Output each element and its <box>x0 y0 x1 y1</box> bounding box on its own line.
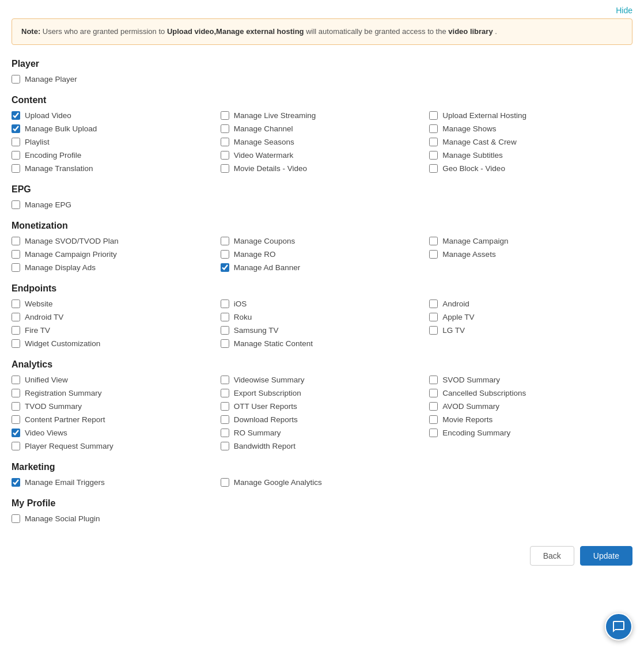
checkbox-label: Roku <box>234 313 252 321</box>
notice-text-end: . <box>495 27 497 36</box>
checkbox-analytics-15[interactable] <box>12 442 20 450</box>
checkbox-my-profile-0[interactable] <box>12 514 20 523</box>
checkbox-content-3[interactable] <box>12 124 20 133</box>
checkbox-endpoints-10[interactable] <box>221 339 229 348</box>
checkbox-label: Videowise Summary <box>234 376 305 384</box>
checkbox-content-0[interactable] <box>12 111 20 120</box>
checkbox-content-7[interactable] <box>221 138 229 146</box>
list-item: Video Watermark <box>221 151 424 160</box>
checkbox-monetization-0[interactable] <box>12 237 20 245</box>
checkbox-label: Movie Reports <box>442 415 493 424</box>
checkbox-analytics-14[interactable] <box>429 429 438 437</box>
checkbox-content-10[interactable] <box>221 151 229 160</box>
checkbox-analytics-6[interactable] <box>12 402 20 411</box>
checkbox-analytics-10[interactable] <box>221 415 229 424</box>
checkbox-endpoints-0[interactable] <box>12 300 20 308</box>
checkbox-endpoints-8[interactable] <box>429 326 438 335</box>
list-item: Manage Player <box>12 75 632 84</box>
checkbox-content-4[interactable] <box>221 124 229 133</box>
section-marketing: MarketingManage Email TriggersManage Goo… <box>12 462 632 487</box>
checkbox-analytics-3[interactable] <box>12 389 20 397</box>
section-title-monetization: Monetization <box>12 221 632 231</box>
checkbox-label: Encoding Profile <box>25 151 81 160</box>
checkbox-label: Manage Shows <box>442 124 496 133</box>
checkbox-label: Manage Player <box>25 75 77 84</box>
checkbox-label: Download Reports <box>234 415 298 424</box>
checkbox-content-6[interactable] <box>12 138 20 146</box>
list-item: Manage Bulk Upload <box>12 124 215 133</box>
checkbox-content-2[interactable] <box>429 111 438 120</box>
back-button[interactable]: Back <box>530 546 574 566</box>
section-grid-endpoints: WebsiteiOSAndroidAndroid TVRokuApple TVF… <box>12 300 632 348</box>
checkbox-monetization-4[interactable] <box>221 250 229 259</box>
checkbox-monetization-3[interactable] <box>12 250 20 259</box>
checkbox-analytics-5[interactable] <box>429 389 438 397</box>
checkbox-monetization-6[interactable] <box>12 263 20 272</box>
checkbox-monetization-2[interactable] <box>429 237 438 245</box>
checkbox-analytics-4[interactable] <box>221 389 229 397</box>
checkbox-label: Video Watermark <box>234 151 294 160</box>
notice-text-after: will automatically be granted access to … <box>306 27 448 36</box>
checkbox-analytics-8[interactable] <box>429 402 438 411</box>
checkbox-analytics-11[interactable] <box>429 415 438 424</box>
checkbox-endpoints-3[interactable] <box>12 313 20 321</box>
section-epg: EPGManage EPG <box>12 184 632 209</box>
checkbox-label: Manage SVOD/TVOD Plan <box>25 237 119 245</box>
list-item: OTT User Reports <box>221 402 424 411</box>
checkbox-analytics-7[interactable] <box>221 402 229 411</box>
checkbox-label: Movie Details - Video <box>234 164 307 173</box>
list-item: AVOD Summary <box>429 402 632 411</box>
list-item: iOS <box>221 300 424 308</box>
checkbox-analytics-0[interactable] <box>12 376 20 384</box>
checkbox-content-8[interactable] <box>429 138 438 146</box>
checkbox-endpoints-6[interactable] <box>12 326 20 335</box>
checkbox-label: Manage Cast & Crew <box>442 138 516 146</box>
checkbox-analytics-1[interactable] <box>221 376 229 384</box>
list-item <box>429 263 632 272</box>
checkbox-endpoints-7[interactable] <box>221 326 229 335</box>
checkbox-endpoints-9[interactable] <box>12 339 20 348</box>
checkbox-content-5[interactable] <box>429 124 438 133</box>
checkbox-endpoints-2[interactable] <box>429 300 438 308</box>
checkbox-analytics-16[interactable] <box>221 442 229 450</box>
checkbox-label: iOS <box>234 300 247 308</box>
checkbox-label: Registration Summary <box>25 389 102 397</box>
checkbox-content-14[interactable] <box>429 164 438 173</box>
checkbox-endpoints-5[interactable] <box>429 313 438 321</box>
checkbox-content-11[interactable] <box>429 151 438 160</box>
list-item: Manage Assets <box>429 250 632 259</box>
update-button[interactable]: Update <box>580 546 632 566</box>
checkbox-content-9[interactable] <box>12 151 20 160</box>
hide-link[interactable]: Hide <box>616 6 632 15</box>
notice-bold-items: Upload video,Manage external hosting <box>167 27 304 36</box>
checkbox-label: Manage Seasons <box>234 138 294 146</box>
notice-box: Note: Users who are granted permission t… <box>12 18 632 45</box>
checkbox-monetization-1[interactable] <box>221 237 229 245</box>
checkbox-analytics-13[interactable] <box>221 429 229 437</box>
list-item: Manage Ad Banner <box>221 263 424 272</box>
sections-container: PlayerManage PlayerContentUpload VideoMa… <box>12 59 632 523</box>
checkbox-analytics-9[interactable] <box>12 415 20 424</box>
list-item: Manage Coupons <box>221 237 424 245</box>
section-analytics: AnalyticsUnified ViewVideowise SummarySV… <box>12 359 632 450</box>
checkbox-content-13[interactable] <box>221 164 229 173</box>
section-grid-monetization: Manage SVOD/TVOD PlanManage CouponsManag… <box>12 237 632 272</box>
checkbox-label: Player Request Summary <box>25 442 113 450</box>
checkbox-monetization-7[interactable] <box>221 263 229 272</box>
list-item: Widget Customization <box>12 339 215 348</box>
checkbox-label: Manage Subtitles <box>442 151 502 160</box>
checkbox-monetization-5[interactable] <box>429 250 438 259</box>
checkbox-content-1[interactable] <box>221 111 229 120</box>
checkbox-marketing-1[interactable] <box>221 478 229 487</box>
checkbox-endpoints-1[interactable] <box>221 300 229 308</box>
checkbox-content-12[interactable] <box>12 164 20 173</box>
checkbox-marketing-0[interactable] <box>12 478 20 487</box>
checkbox-endpoints-4[interactable] <box>221 313 229 321</box>
list-item: Android TV <box>12 313 215 321</box>
checkbox-analytics-2[interactable] <box>429 376 438 384</box>
checkbox-epg-0[interactable] <box>12 200 20 209</box>
checkbox-analytics-12[interactable] <box>12 429 20 437</box>
list-item: Fire TV <box>12 326 215 335</box>
checkbox-player-0[interactable] <box>12 75 20 84</box>
section-title-endpoints: Endpoints <box>12 283 632 294</box>
